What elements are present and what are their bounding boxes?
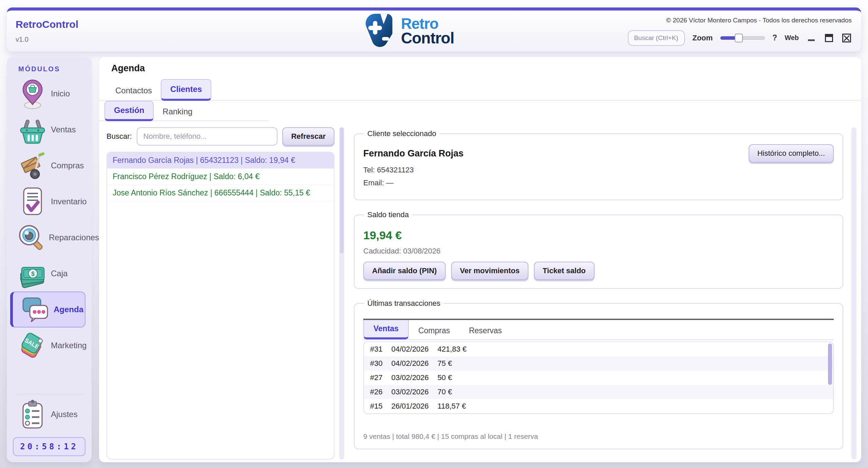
transaction-amount: 118,57 € [438,402,466,411]
transaction-amount: 50 € [438,373,452,382]
close-button[interactable] [842,33,852,43]
transaction-id: #30 [370,359,383,368]
selected-client-group: Cliente seleccionado Fernando García Roj… [354,129,843,200]
header-bar: RetroControl v1.0 [7,7,861,52]
transaction-amount: 75 € [438,359,452,368]
transaction-row[interactable]: #30 04/02/2026 75 € [364,356,833,371]
store-balance-legend: Saldo tienda [364,210,412,219]
zoom-slider[interactable] [720,36,765,40]
logo-text: Retro Control [401,17,454,45]
main-panel: Agenda Contactos Clientes Gestión Rankin… [99,57,861,462]
sidebar-item-compras[interactable]: Compras [7,148,92,184]
transaction-amount: 70 € [438,388,452,396]
sidebar-item-label: Compras [51,161,84,170]
add-balance-button[interactable]: Añadir saldo (PIN) [363,262,446,280]
balance-expiry: Caducidad: 03/08/2026 [363,247,834,256]
transactions-list: #31 04/02/2026 421,83 € #30 04/02/2026 7… [363,341,834,414]
sidebar-item-inventario[interactable]: Inventario [7,184,92,220]
client-search-row: Buscar: Refrescar [107,127,334,146]
transaction-date: 04/02/2026 [391,359,429,368]
transaction-id: #27 [370,373,383,382]
balance-ticket-button[interactable]: Ticket saldo [534,262,595,280]
logo: Retro Control [360,11,454,52]
refresh-button[interactable]: Refrescar [282,127,334,146]
tab-bar: Contactos Clientes [99,79,861,101]
sidebar: MÓDULOS Inicio [7,57,92,462]
transaction-id: #26 [370,388,383,396]
client-row[interactable]: Francisco Pérez Rodríguez | Saldo: 6,04 … [107,169,334,185]
sidebar-item-ventas[interactable]: Ventas [7,112,92,148]
copyright-text: © 2026 Víctor Montero Campos · Todos los… [617,17,852,24]
view-movements-button[interactable]: Ver movimientos [451,262,528,280]
transactions-summary: 9 ventas | total 980,4 € | 15 compras al… [363,432,834,441]
transaction-row[interactable]: #26 03/02/2026 70 € [364,385,833,399]
clipboard-icon [16,399,49,430]
transactions-group: Últimas transacciones Ventas Compras Res… [354,299,843,449]
transaction-amount: 421,83 € [438,345,467,354]
app-window: RetroControl v1.0 [0,0,868,468]
app-title: RetroControl [16,19,197,30]
zoom-slider-thumb[interactable] [735,34,743,42]
transactions-scrollbar-thumb[interactable] [828,343,832,385]
maximize-button[interactable] [824,33,834,43]
detail-scrollbar[interactable] [851,127,856,460]
page-title: Agenda [99,57,861,79]
sidebar-spacer [7,363,92,391]
client-search-input[interactable] [137,127,278,146]
client-row[interactable]: Jose Antonio Ríos Sánchez | 666555444 | … [107,185,334,201]
basket-icon [16,114,49,145]
sidebar-item-inicio[interactable]: Inicio [7,76,92,112]
subtab-ranking[interactable]: Ranking [154,103,201,120]
tab-clientes[interactable]: Clientes [161,79,211,101]
logo-line1: Retro [401,17,454,31]
web-button[interactable]: Web [785,34,799,42]
transactions-tab-reservas[interactable]: Reservas [459,322,511,339]
zoom-slider-fill [720,36,737,40]
transaction-row[interactable]: #31 04/02/2026 421,83 € [364,342,833,356]
subtab-gestion[interactable]: Gestión [104,101,154,121]
transaction-row[interactable]: #15 26/01/2026 118,57 € [364,399,833,413]
sidebar-item-agenda[interactable]: Agenda [10,292,85,327]
selected-client-tel: Tel: 654321123 [363,166,464,174]
transactions-tab-ventas[interactable]: Ventas [363,320,409,339]
client-list-scrollbar[interactable] [339,127,344,460]
svg-text:$: $ [31,270,35,277]
header-branding: RetroControl v1.0 [7,19,197,43]
balance-amount: 19,94 € [363,229,834,242]
minimize-button[interactable] [806,33,816,43]
controls-row: Zoom ? Web [617,30,852,46]
client-list-scrollbar-thumb[interactable] [340,127,344,254]
help-button[interactable]: ? [772,33,777,42]
transactions-tab-compras[interactable]: Compras [409,322,459,339]
client-list: Fernando García Rojas | 654321123 | Sald… [107,152,334,460]
selected-client-name: Fernando García Rojas [363,148,464,159]
header-controls: © 2026 Víctor Montero Campos · Todos los… [617,17,861,46]
app-version: v1.0 [16,36,197,43]
selected-client-legend: Cliente seleccionado [364,129,440,138]
content-area: Buscar: Refrescar Fernando García Rojas … [99,121,861,462]
transactions-tab-bar: Ventas Compras Reservas [363,319,834,339]
tab-contactos[interactable]: Contactos [107,81,161,100]
map-pin-icon [16,78,49,109]
sidebar-item-marketing[interactable]: SALE Marketing [7,327,92,363]
zoom-label: Zoom [692,34,713,42]
global-search-input[interactable] [628,30,685,46]
sidebar-divider [16,394,83,394]
sidebar-item-caja[interactable]: $ Caja [7,256,92,292]
checklist-document-icon [16,186,49,217]
transaction-date: 03/02/2026 [391,373,429,382]
sidebar-item-reparaciones[interactable]: Reparaciones [7,220,92,256]
sale-tag-icon: SALE [16,330,49,361]
chat-bubbles-icon [19,295,52,324]
client-row-selected[interactable]: Fernando García Rojas | 654321123 | Sald… [107,152,334,169]
close-icon [842,34,851,42]
search-label: Buscar: [107,132,132,141]
transactions-legend: Últimas transacciones [364,299,444,308]
full-history-button[interactable]: Histórico completo... [749,144,834,163]
transaction-row[interactable]: #27 03/02/2026 50 € [364,371,833,385]
sidebar-item-ajustes[interactable]: Ajustes [7,396,92,432]
sidebar-item-label: Agenda [54,305,83,314]
clock-display: 20:58:12 [13,437,85,456]
sidebar-item-label: Ajustes [51,410,78,419]
gamepad-logo-icon [360,11,400,52]
